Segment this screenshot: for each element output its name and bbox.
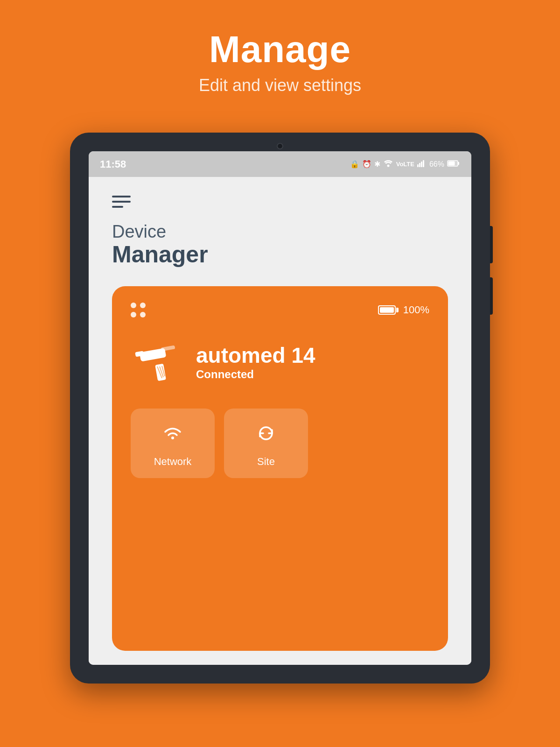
- dots-grid: [131, 303, 146, 317]
- dot-1: [131, 303, 136, 308]
- svg-rect-1: [417, 164, 419, 167]
- svg-point-0: [387, 164, 389, 167]
- wifi-status-icon: [383, 160, 393, 169]
- device-status-label: Connected: [196, 368, 315, 381]
- card-buttons-row: Network Site: [131, 409, 429, 478]
- page-title: Manage: [199, 28, 361, 71]
- battery-status-icon: [447, 160, 460, 169]
- app-title-section: Device Manager: [112, 222, 448, 268]
- device-tool-icon: [131, 336, 182, 388]
- svg-rect-6: [448, 161, 455, 165]
- battery-fill: [380, 307, 394, 313]
- site-button-label: Site: [257, 456, 275, 468]
- device-info-row: automed 14 Connected: [131, 336, 429, 388]
- refresh-icon: [254, 422, 278, 448]
- header-section: Manage Edit and view settings: [199, 0, 361, 95]
- dot-3: [131, 312, 136, 317]
- alarm-icon: ⏰: [362, 160, 371, 169]
- page-subtitle: Edit and view settings: [199, 76, 361, 95]
- app-title-light: Device: [112, 222, 448, 242]
- lock-icon: 🔒: [350, 160, 359, 169]
- network-button-label: Network: [154, 456, 192, 468]
- status-bar: 11:58 🔒 ⏰ ✱ VoLTE: [89, 151, 471, 177]
- svg-rect-2: [419, 163, 420, 167]
- hamburger-line-2: [112, 201, 131, 203]
- hamburger-menu-button[interactable]: [112, 196, 131, 208]
- svg-rect-8: [155, 364, 166, 381]
- hamburger-line-3: [112, 206, 123, 208]
- bluetooth-icon: ✱: [374, 160, 380, 169]
- tablet-side-button-1: [490, 226, 493, 263]
- device-icon-wrap: [131, 336, 182, 388]
- dot-2: [140, 303, 146, 308]
- lte-icon: VoLTE: [396, 161, 414, 168]
- wifi-icon: [161, 422, 184, 448]
- svg-rect-3: [421, 162, 422, 167]
- dot-4: [140, 312, 146, 317]
- status-time: 11:58: [100, 158, 126, 170]
- signal-icon: [417, 160, 427, 169]
- tablet-side-button-2: [490, 277, 493, 315]
- device-card: 100%: [112, 286, 448, 651]
- card-top-row: 100%: [131, 303, 429, 317]
- battery-tip: [396, 308, 399, 312]
- svg-rect-4: [423, 160, 424, 167]
- battery-percent-label: 100%: [403, 304, 429, 316]
- app-content: Device Manager: [89, 177, 471, 665]
- app-title-bold: Manager: [112, 242, 448, 268]
- network-button[interactable]: Network: [131, 409, 215, 478]
- status-icons: 🔒 ⏰ ✱ VoLTE: [350, 160, 460, 169]
- device-name-wrap: automed 14 Connected: [196, 343, 315, 381]
- svg-rect-7: [458, 162, 459, 165]
- device-battery: 100%: [378, 304, 429, 316]
- site-button[interactable]: Site: [224, 409, 308, 478]
- tablet-camera: [277, 143, 283, 149]
- hamburger-line-1: [112, 196, 131, 197]
- status-battery-percent: 66%: [429, 160, 444, 169]
- battery-icon: [378, 305, 399, 315]
- device-name-label: automed 14: [196, 343, 315, 368]
- tablet-device: 11:58 🔒 ⏰ ✱ VoLTE: [70, 133, 490, 684]
- svg-rect-11: [161, 345, 175, 351]
- tablet-screen: 11:58 🔒 ⏰ ✱ VoLTE: [89, 151, 471, 665]
